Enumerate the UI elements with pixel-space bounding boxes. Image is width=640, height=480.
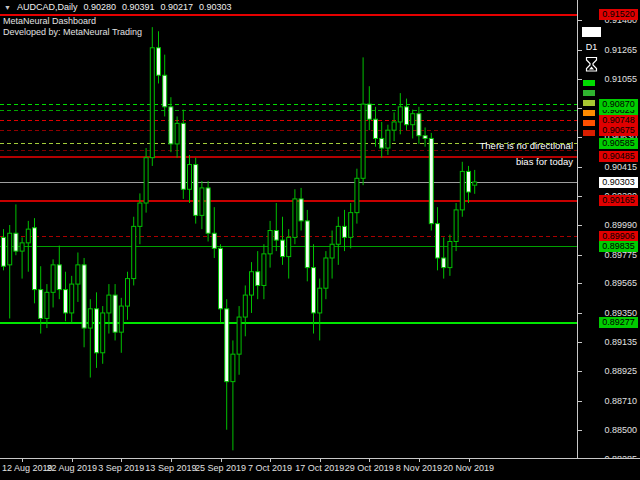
watermark-title: MetaNeural Dashboard	[3, 16, 142, 27]
legend-swatch	[582, 27, 601, 37]
date-tick-mark	[121, 459, 122, 462]
chart-title-bar: ▼ AUDCAD,Daily 0.90280 0.90391 0.90217 0…	[0, 0, 581, 14]
price-level-label: 0.90303	[599, 177, 638, 188]
date-tick-mark	[72, 459, 73, 462]
bias-text-line2: bias for today	[480, 154, 573, 170]
date-tick-mark	[419, 459, 420, 462]
time-axis[interactable]: 12 Aug 201922 Aug 20193 Sep 201913 Sep 2…	[0, 458, 640, 480]
price-tick-mark	[578, 108, 582, 109]
strength-square	[583, 100, 595, 106]
ohlc-open: 0.90280	[83, 2, 116, 12]
date-tick-label: 3 Sep 2019	[98, 463, 144, 473]
price-tick-label: 0.91265	[599, 45, 637, 55]
date-tick-mark	[22, 459, 23, 462]
date-tick-mark	[469, 459, 470, 462]
price-level-label: 0.90675	[599, 125, 638, 136]
price-tick-label: 0.89135	[599, 337, 637, 347]
mt4-chart-window: There is no directional bias for today ▼…	[0, 0, 640, 480]
date-tick-label: 25 Sep 2019	[195, 463, 246, 473]
watermark-credit: Developed by: MetaNeural Trading	[3, 27, 142, 38]
price-tick-mark	[578, 313, 582, 314]
price-tick-label: 0.89565	[599, 278, 637, 288]
date-tick-mark	[171, 459, 172, 462]
price-tick-mark	[578, 255, 582, 256]
ohlc-high: 0.90391	[122, 2, 155, 12]
price-tick-mark	[578, 79, 582, 80]
date-tick-label: 13 Sep 2019	[145, 463, 196, 473]
price-level-label: 0.91520	[599, 9, 638, 20]
price-level-label: 0.90870	[599, 99, 638, 110]
price-tick-mark	[578, 50, 582, 51]
strength-square	[583, 110, 595, 116]
price-axis[interactable]: D1 0.915200.908230.908700.907480.906750.…	[577, 0, 640, 458]
bias-text-line1: There is no directional	[480, 138, 573, 154]
price-tick-label: 0.88925	[599, 366, 637, 376]
price-level-label: 0.89835	[599, 241, 638, 252]
price-tick-label: 0.89990	[599, 220, 637, 230]
date-tick-label: 22 Aug 2019	[46, 463, 97, 473]
price-tick-mark	[578, 430, 582, 431]
date-tick-label: 8 Nov 2019	[396, 463, 442, 473]
date-tick-label: 7 Oct 2019	[248, 463, 292, 473]
date-tick-mark	[369, 459, 370, 462]
price-level-label: 0.90165	[599, 195, 638, 206]
strength-square	[583, 90, 595, 96]
price-tick-label: 0.88710	[599, 396, 637, 406]
price-level-label: 0.90585	[599, 138, 638, 149]
date-tick-mark	[320, 459, 321, 462]
price-tick-mark	[578, 20, 582, 21]
price-tick-mark	[578, 225, 582, 226]
price-tick-mark	[578, 401, 582, 402]
ohlc-close: 0.90303	[199, 2, 232, 12]
strength-square	[583, 120, 595, 126]
date-tick-label: 29 Oct 2019	[345, 463, 394, 473]
price-tick-label: 0.90415	[599, 162, 637, 172]
symbol-period-label: AUDCAD,Daily	[17, 2, 78, 12]
indicator-watermark: MetaNeural Dashboard Developed by: MetaN…	[3, 16, 142, 38]
strength-square	[583, 130, 595, 136]
price-tick-mark	[578, 137, 582, 138]
date-tick-mark	[221, 459, 222, 462]
chart-plot-area[interactable]: There is no directional bias for today	[0, 0, 577, 458]
price-tick-mark	[578, 196, 582, 197]
ohlc-low: 0.90217	[161, 2, 194, 12]
price-tick-mark	[578, 342, 582, 343]
price-tick-label: 0.88500	[599, 425, 637, 435]
hourglass-icon	[585, 56, 598, 73]
date-tick-mark	[270, 459, 271, 462]
price-level-label: 0.90485	[599, 151, 638, 162]
price-tick-mark	[578, 167, 582, 168]
date-tick-label: 12 Aug 2019	[2, 463, 53, 473]
date-tick-label: 17 Oct 2019	[295, 463, 344, 473]
candlestick-chart	[0, 0, 577, 458]
collapse-chart-icon[interactable]: ▼	[4, 4, 11, 11]
price-tick-mark	[578, 283, 582, 284]
date-tick-label: 20 Nov 2019	[443, 463, 494, 473]
strength-square	[583, 80, 595, 86]
price-level-label: 0.89277	[599, 317, 638, 328]
dashboard-bias-annotation: There is no directional bias for today	[480, 138, 573, 170]
price-tick-mark	[578, 371, 582, 372]
price-tick-label: 0.91055	[599, 74, 637, 84]
